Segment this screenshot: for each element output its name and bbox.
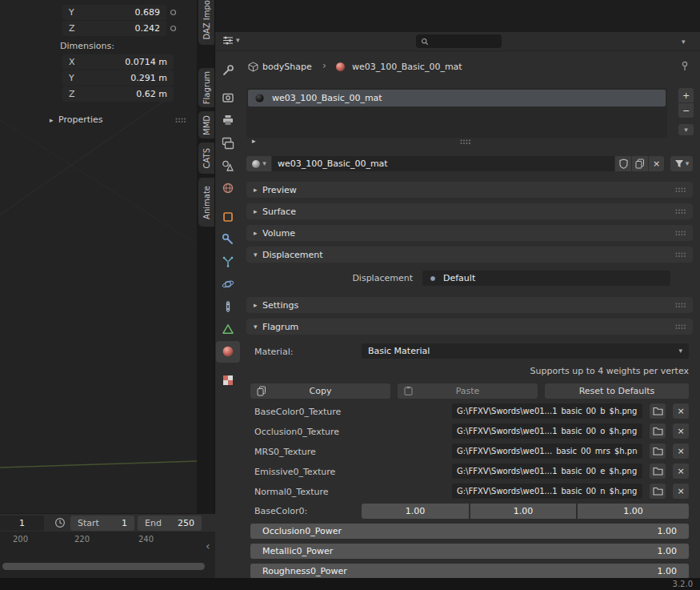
axis-value: 0.291 m — [130, 73, 167, 83]
tab-tool[interactable] — [221, 63, 235, 78]
tab-object-data[interactable] — [221, 322, 235, 336]
pin-icon[interactable] — [680, 61, 690, 71]
tab-object[interactable] — [221, 210, 235, 224]
basecolor-value-field[interactable]: 1.00 — [362, 504, 469, 519]
panel-grip-icon[interactable] — [675, 303, 686, 308]
tab-physics[interactable] — [221, 277, 235, 291]
properties-subpanel-header[interactable]: ▸ Properties — [50, 114, 103, 125]
panel-grip-icon[interactable] — [675, 252, 686, 258]
viewport-3d[interactable]: Y 0.689 Z 0.242 Dimensions: X 0.0714 m Y… — [0, 0, 197, 513]
open-file-button[interactable] — [650, 423, 666, 439]
panel-displacement[interactable]: ▾ Displacement — [246, 247, 693, 263]
tab-render[interactable] — [221, 90, 235, 105]
panel-settings[interactable]: ▸ Settings — [246, 297, 693, 313]
filter-button[interactable]: ▾ — [670, 156, 693, 171]
displacement-field[interactable]: Default — [422, 271, 670, 286]
copy-button[interactable]: Copy — [250, 383, 390, 399]
tab-scene[interactable] — [221, 159, 235, 173]
header-options-button[interactable]: ▾ — [682, 38, 686, 46]
tab-mmd[interactable]: MMD — [198, 111, 215, 138]
basecolor-value-field[interactable]: 1.00 — [470, 504, 576, 519]
breadcrumb-material[interactable]: we03_100_Basic_00_mat — [352, 62, 462, 72]
material-slot-item[interactable]: we03_100_Basic_00_mat — [248, 90, 666, 106]
open-file-button[interactable] — [650, 403, 666, 419]
open-file-button[interactable] — [650, 444, 666, 459]
material-type-dropdown[interactable]: Basic Material ▾ — [362, 343, 689, 359]
axis-value: 0.689 — [135, 7, 161, 18]
fake-user-button[interactable] — [615, 156, 631, 171]
slot-specials-button[interactable]: ▾ — [678, 124, 694, 135]
clear-texture-button[interactable]: × — [673, 464, 689, 479]
material-name-field[interactable]: we03_100_Basic_00_mat — [272, 156, 614, 171]
texture-path: G:\FFXV\Swords\we01...1_basic_00_n_$h.pn… — [457, 487, 637, 496]
close-icon: × — [677, 466, 684, 476]
basecolor-value-field[interactable]: 1.00 — [578, 504, 689, 519]
tab-cats[interactable]: CATS — [198, 142, 215, 174]
texture-path-field[interactable]: G:\FFXV\Swords\we01...1_basic_00_n_$h.pn… — [452, 484, 642, 499]
clear-texture-button[interactable]: × — [673, 484, 689, 499]
open-file-button[interactable] — [650, 464, 666, 479]
tab-modifiers[interactable] — [221, 232, 235, 247]
timeline-ruler[interactable]: 200 220 240 ‹ — [0, 532, 215, 578]
open-file-button[interactable] — [650, 484, 666, 499]
clear-texture-button[interactable]: × — [673, 444, 689, 459]
current-frame-field[interactable]: 1 — [0, 516, 44, 531]
tab-particles[interactable] — [221, 255, 235, 269]
slot-add-button[interactable]: + — [678, 88, 694, 102]
panel-volume[interactable]: ▸ Volume — [246, 225, 693, 241]
panel-grip-icon[interactable] — [175, 118, 186, 123]
panel-preview[interactable]: ▸ Preview — [246, 182, 693, 198]
search-input[interactable] — [433, 36, 497, 46]
tab-material[interactable] — [221, 344, 235, 359]
panel-surface[interactable]: ▸ Surface — [246, 203, 693, 219]
tab-texture[interactable] — [221, 373, 235, 387]
breadcrumb-object[interactable]: bodyShape — [262, 62, 312, 72]
shield-icon — [619, 159, 628, 169]
copy-material-button[interactable] — [632, 156, 648, 171]
material-slot-list[interactable]: we03_100_Basic_00_mat — [246, 88, 667, 138]
end-frame-field[interactable]: End 250 — [138, 516, 202, 531]
slot-remove-button[interactable]: − — [678, 103, 694, 118]
panel-grip-icon[interactable] — [675, 324, 686, 330]
roughness-power-slider[interactable]: Roughness0_Power 1.00 — [250, 564, 689, 578]
list-expand-icon[interactable]: ▸ — [252, 137, 261, 145]
clear-texture-button[interactable]: × — [673, 423, 689, 439]
timeline-scrollbar[interactable] — [2, 563, 205, 570]
reset-defaults-button[interactable]: Reset to Defaults — [545, 383, 689, 399]
search-box[interactable] — [416, 34, 502, 48]
panel-grip-icon[interactable] — [675, 209, 686, 215]
texture-path-field[interactable]: G:\FFXV\Swords\we01..._basic_00_mrs_$h.p… — [452, 444, 642, 459]
metallic-power-slider[interactable]: Metallic0_Power 1.00 — [250, 544, 689, 559]
dimension-z-field[interactable]: Z 0.62 m — [62, 86, 174, 102]
tab-animate[interactable]: Animate — [198, 178, 215, 227]
browse-material-button[interactable]: ▾ — [246, 156, 271, 171]
texture-path-field[interactable]: G:\FFXV\Swords\we01...1_basic_00_o_$h.pn… — [452, 423, 642, 439]
occlusion-power-slider[interactable]: Occlusion0_Power 1.00 — [250, 524, 689, 539]
decorator-icon[interactable] — [169, 24, 178, 33]
start-frame-field[interactable]: Start 1 — [70, 516, 134, 531]
dimension-y-field[interactable]: Y 0.291 m — [62, 70, 174, 86]
tab-flagrum[interactable]: Flagrum — [198, 68, 215, 107]
tab-constraints[interactable] — [221, 299, 235, 314]
transform-z-field[interactable]: Z 0.242 — [62, 21, 166, 36]
texture-path-field[interactable]: G:\FFXV\Swords\we01...1_basic_00_e_$h.pn… — [452, 464, 642, 479]
clear-texture-button[interactable]: × — [673, 403, 689, 419]
panel-flagrum[interactable]: ▾ Flagrum — [246, 319, 693, 335]
region-collapse-arrow[interactable]: ‹ — [206, 540, 210, 552]
texture-path-field[interactable]: G:\FFXV\Swords\we01...1_basic_00_b_$h.pn… — [452, 403, 642, 419]
close-icon: × — [677, 406, 684, 416]
list-resize-grip[interactable] — [460, 139, 470, 145]
tab-world[interactable] — [221, 181, 235, 195]
decorator-icon[interactable] — [169, 8, 178, 17]
dimension-x-field[interactable]: X 0.0714 m — [62, 54, 174, 70]
panel-grip-icon[interactable] — [675, 231, 686, 236]
tab-output[interactable] — [221, 113, 235, 127]
tab-view-layer[interactable] — [221, 136, 235, 151]
transform-y-field[interactable]: Y 0.689 — [62, 5, 166, 20]
editor-type-button[interactable]: ▾ — [222, 35, 240, 46]
clock-icon[interactable] — [54, 517, 66, 528]
panel-grip-icon[interactable] — [675, 187, 686, 193]
tab-daz-import[interactable]: DAZ Import — [198, 0, 215, 45]
unlink-material-button[interactable]: × — [649, 156, 664, 171]
paste-button[interactable]: Paste — [398, 383, 538, 399]
